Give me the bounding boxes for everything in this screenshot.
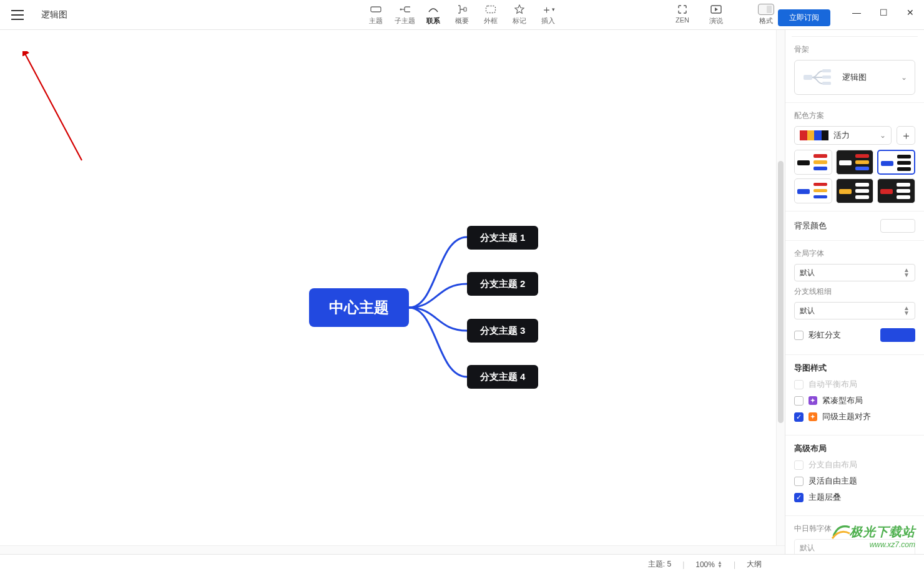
tool-relation[interactable]: 联系 bbox=[419, 4, 448, 26]
tool-marker[interactable]: 标记 bbox=[505, 4, 534, 26]
summary-icon bbox=[456, 4, 468, 15]
titlebar: 逻辑图 主题 子主题 联系 概要 外框 bbox=[0, 0, 924, 30]
plus-icon: ＋▾ bbox=[543, 4, 554, 15]
tool-marker-label: 标记 bbox=[513, 16, 526, 26]
skeleton-icon bbox=[802, 67, 833, 88]
status-outline-button[interactable]: 大纲 bbox=[747, 559, 762, 570]
vertical-scrollbar[interactable] bbox=[776, 30, 785, 545]
cjkfont-select[interactable]: 默认 bbox=[794, 539, 915, 554]
bgcolor-swatch[interactable] bbox=[880, 219, 915, 233]
svg-rect-10 bbox=[822, 75, 831, 79]
toolbar-right: ZEN 演说 bbox=[668, 4, 730, 26]
chk-auto-balance bbox=[794, 380, 804, 389]
chk-overlap-label: 主题层叠 bbox=[808, 492, 841, 503]
tool-zen[interactable]: ZEN bbox=[668, 4, 697, 26]
chk-align-sibling-label: 同级主题对齐 bbox=[822, 411, 871, 422]
topic-icon bbox=[370, 4, 381, 15]
tool-zen-label: ZEN bbox=[676, 16, 689, 24]
chk-overlap[interactable]: ✓ bbox=[794, 493, 804, 502]
relation-icon bbox=[428, 4, 439, 15]
chk-flex-topic-label: 灵活自由主题 bbox=[808, 475, 857, 487]
pro-badge-icon: ✦ bbox=[808, 396, 817, 405]
theme-thumb-6[interactable] bbox=[877, 178, 915, 203]
skeleton-select[interactable]: 逻辑图 ⌄ bbox=[794, 60, 915, 95]
theme-thumb-3[interactable] bbox=[877, 150, 915, 175]
add-scheme-button[interactable]: ＋ bbox=[897, 126, 915, 145]
skeleton-label: 骨架 bbox=[794, 44, 915, 55]
globalfont-select[interactable]: 默认 ▲▼ bbox=[794, 264, 915, 281]
svg-rect-4 bbox=[464, 7, 466, 11]
theme-thumb-5[interactable] bbox=[836, 178, 874, 203]
window-maximize-icon[interactable]: ☐ bbox=[880, 7, 888, 17]
status-bar: 主题: 5 | 100% ▲▼ | 大纲 bbox=[0, 554, 924, 574]
svg-rect-11 bbox=[822, 82, 831, 85]
tool-insert-label: 插入 bbox=[541, 16, 555, 26]
pitch-icon bbox=[710, 4, 722, 15]
pro-badge-icon: ✦ bbox=[808, 412, 817, 421]
window-minimize-icon[interactable]: ― bbox=[852, 7, 861, 17]
branch-topic-4[interactable]: 分支主题 4 bbox=[467, 365, 538, 389]
center-topic[interactable]: 中心主题 bbox=[309, 288, 409, 327]
theme-thumb-2[interactable] bbox=[836, 150, 874, 175]
tool-pitch[interactable]: 演说 bbox=[702, 4, 730, 26]
theme-thumb-1[interactable] bbox=[794, 150, 832, 175]
tool-insert[interactable]: ＋▾ 插入 bbox=[534, 4, 563, 26]
svg-rect-5 bbox=[486, 6, 496, 13]
cjkfont-value: 默认 bbox=[800, 543, 815, 553]
select-stepper-icon: ▲▼ bbox=[903, 306, 910, 316]
branch-topic-1[interactable]: 分支主题 1 bbox=[467, 226, 538, 250]
format-panel: 样式 演说 画布 骨架 逻辑图 ⌄ 配色方案 bbox=[785, 30, 924, 554]
chk-free-branch-label: 分支自由布局 bbox=[808, 459, 857, 470]
colorscheme-value: 活力 bbox=[833, 130, 850, 141]
chk-align-sibling[interactable]: ✓ bbox=[794, 412, 804, 422]
tool-boundary-label: 外框 bbox=[484, 16, 498, 26]
svg-rect-8 bbox=[804, 75, 812, 80]
tool-pitch-label: 演说 bbox=[709, 16, 723, 26]
tool-boundary[interactable]: 外框 bbox=[476, 4, 505, 26]
advanced-label: 高级布局 bbox=[794, 443, 915, 454]
tool-format-panel[interactable]: 格式 bbox=[758, 4, 774, 26]
menu-hamburger-icon[interactable] bbox=[11, 10, 24, 20]
branchthick-select[interactable]: 默认 ▲▼ bbox=[794, 302, 915, 319]
boundary-icon bbox=[485, 4, 496, 15]
toolbar-main: 主题 子主题 联系 概要 外框 标记 ＋▾ bbox=[361, 4, 563, 26]
status-zoom[interactable]: 100% ▲▼ bbox=[695, 560, 722, 569]
cjkfont-label: 中日韩字体 bbox=[794, 523, 915, 534]
branchthick-value: 默认 bbox=[800, 306, 815, 316]
bgcolor-label: 背景颜色 bbox=[794, 220, 827, 231]
rainbow-checkbox[interactable] bbox=[794, 331, 804, 340]
subtopic-icon bbox=[399, 4, 410, 15]
branch-topic-2[interactable]: 分支主题 2 bbox=[467, 272, 538, 296]
status-zoom-value: 100% bbox=[695, 560, 715, 569]
annotation-arrow bbox=[22, 51, 91, 170]
chk-compact[interactable] bbox=[794, 396, 804, 406]
subscribe-button[interactable]: 立即订阅 bbox=[778, 9, 830, 26]
chevron-down-icon: ⌄ bbox=[901, 73, 907, 82]
rainbow-color-swatch[interactable] bbox=[880, 328, 915, 342]
mapstyle-label: 导图样式 bbox=[794, 362, 915, 374]
chevron-down-icon: ⌄ bbox=[880, 131, 886, 140]
branch-topic-3[interactable]: 分支主题 3 bbox=[467, 319, 538, 343]
zoom-stepper-icon[interactable]: ▲▼ bbox=[717, 561, 722, 568]
theme-thumb-4[interactable] bbox=[794, 178, 832, 203]
document-title: 逻辑图 bbox=[41, 9, 67, 21]
svg-line-7 bbox=[25, 54, 82, 160]
svg-rect-1 bbox=[405, 7, 410, 12]
window-close-icon[interactable]: ✕ bbox=[907, 7, 914, 17]
select-stepper-icon: ▲▼ bbox=[903, 268, 910, 278]
status-topic-count: 主题: 5 bbox=[648, 559, 671, 570]
tool-subtopic[interactable]: 子主题 bbox=[390, 4, 419, 26]
canvas-area[interactable]: 中心主题 分支主题 1 分支主题 2 分支主题 3 分支主题 4 bbox=[0, 30, 785, 554]
horizontal-scrollbar[interactable] bbox=[0, 545, 785, 554]
chk-compact-label: 紧凑型布局 bbox=[822, 395, 863, 406]
tool-summary-label: 概要 bbox=[455, 16, 469, 26]
colorscheme-label: 配色方案 bbox=[794, 110, 915, 121]
format-icon bbox=[758, 4, 774, 15]
chk-flex-topic[interactable] bbox=[794, 477, 804, 486]
star-icon bbox=[514, 4, 525, 15]
colorscheme-select[interactable]: 活力 ⌄ bbox=[794, 126, 892, 145]
svg-rect-9 bbox=[822, 69, 831, 72]
tool-summary[interactable]: 概要 bbox=[448, 4, 476, 26]
tool-topic[interactable]: 主题 bbox=[361, 4, 390, 26]
theme-grid bbox=[794, 150, 915, 203]
